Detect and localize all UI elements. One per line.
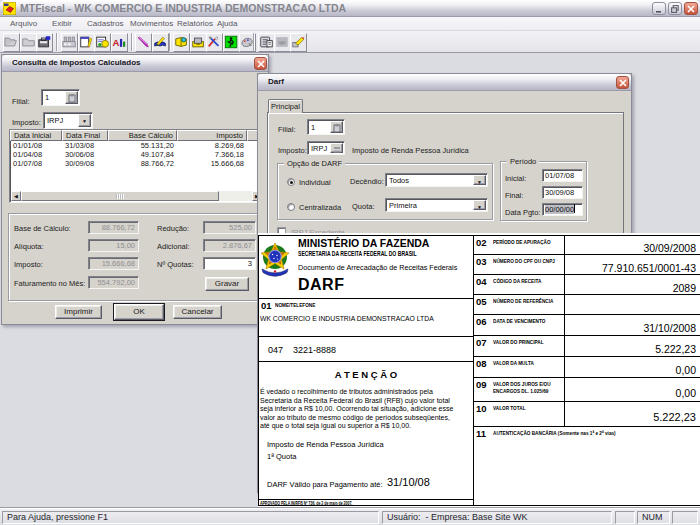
darf-filial-spin-button[interactable] (330, 121, 343, 133)
imposto-field-label: Imposto: (14, 260, 43, 269)
decendio-dropdown-button[interactable]: ▼ (473, 175, 486, 185)
toolbar-notepad-picture-button[interactable] (94, 33, 111, 52)
consulta-imposto-combo[interactable]: IRPJ ▼ (43, 112, 93, 129)
doc-row-label: PERÍODO DE APURAÇÃO (493, 239, 551, 245)
quota-combo[interactable]: Primeira ▼ (385, 198, 488, 212)
faturamento-field: 554.792,00 (88, 276, 139, 289)
menu-arquivo[interactable]: Arquivo (10, 19, 37, 28)
toolbar-drawer-yellow-button[interactable] (190, 33, 207, 52)
consulta-filial-spin-button[interactable] (65, 91, 78, 104)
cell[interactable]: 30/09/08 (62, 159, 108, 168)
doc-row-num: 06 (476, 316, 487, 327)
grid-col-data-inicial[interactable]: Data Inicial (10, 130, 62, 141)
doc-row-divider (473, 356, 700, 357)
toolbar-separator (131, 33, 133, 51)
toolbar-pencil-magenta-button[interactable] (135, 33, 152, 52)
darf-titlebar[interactable]: Darf (258, 74, 631, 91)
darf-imposto-spin-button[interactable] (330, 143, 343, 153)
toolbar-open-folder-button[interactable] (3, 33, 20, 52)
consulta-filial-spinedit[interactable]: 1 (41, 89, 80, 106)
grid-col-data-final[interactable]: Data Final (62, 130, 108, 141)
quota-dropdown-button[interactable]: ▼ (473, 200, 486, 210)
toolbar-folder-button[interactable] (20, 33, 37, 52)
darf-imposto-desc: Imposto de Renda Pessoa Jurídica (352, 146, 469, 155)
toolbar-tools-button[interactable] (206, 33, 223, 52)
toolbar-separator (169, 33, 171, 51)
quotas-field[interactable]: 3 (203, 257, 256, 270)
consulta-grid[interactable]: Data Inicial Data Final Base Cálculo Imp… (9, 129, 264, 203)
cell[interactable]: 8.269,68 (177, 141, 247, 150)
consulta-title: Consulta de Impostos Calculados (12, 58, 140, 67)
toolbar-notepad-pencil-button[interactable] (78, 33, 95, 52)
toolbar-pencil-book-button[interactable] (152, 33, 169, 52)
doc-darf-word: DARF (298, 276, 344, 294)
grid-col-imposto[interactable]: Imposto (177, 130, 247, 141)
individual-radio-label[interactable]: Individual (299, 178, 331, 187)
menu-cadastros[interactable]: Cadastros (87, 19, 123, 28)
gravar-button[interactable]: Gravar (205, 277, 249, 291)
scroll-thumb[interactable] (21, 191, 219, 201)
inicial-field[interactable]: 01/07/08 (542, 169, 583, 182)
grid-row[interactable]: 01/04/08 30/06/08 49.107,84 7.366,18 (10, 150, 263, 159)
consulta-close-button[interactable] (254, 57, 267, 70)
main-titlebar[interactable]: MTFiscal - WK COMERCIO E INDUSTRIA DEMON… (0, 0, 700, 17)
final-label: Final: (505, 191, 523, 200)
menu-movimentos[interactable]: Movimentos (130, 19, 173, 28)
centralizada-radio[interactable] (287, 203, 295, 211)
cell[interactable]: 88.766,72 (108, 159, 177, 168)
doc-row-label: AUTENTICAÇÃO BANCÁRIA (Somente nas 1ª e … (493, 430, 616, 436)
centralizada-radio-label[interactable]: Centralizada (299, 203, 341, 212)
darf-close-button[interactable] (616, 76, 629, 89)
datapgto-field[interactable]: 00/00/00 (542, 203, 583, 216)
cell[interactable]: 01/04/08 (10, 150, 62, 159)
window-title: MTFiscal - WK COMERCIO E INDUSTRIA DEMON… (20, 2, 346, 14)
scroll-left-arrow[interactable]: ◀ (11, 191, 21, 201)
grid-hscrollbar[interactable]: ◀ ▶ (11, 191, 262, 201)
darf-tab-principal[interactable]: Principal (268, 99, 303, 113)
grid-row[interactable]: 01/07/08 30/09/08 88.766,72 15.666,68 (10, 159, 263, 168)
faturamento-label: Faturamento no Mês: (14, 279, 85, 288)
grid-col-base-calculo[interactable]: Base Cálculo (108, 130, 177, 141)
cell[interactable]: 7.366,18 (177, 150, 247, 159)
toolbar-book-yellow-button[interactable] (173, 33, 190, 52)
toolbar-ledger-button[interactable] (258, 33, 275, 52)
cell[interactable]: 49.107,84 (108, 150, 177, 159)
menu-ajuda[interactable]: Ajuda (217, 19, 237, 28)
cell[interactable]: 30/06/08 (62, 150, 108, 159)
restore-button[interactable] (668, 2, 682, 15)
inicial-label: Inicial: (505, 174, 526, 183)
statusbar: Para Ajuda, pressione F1 Usuário: - Empr… (0, 508, 700, 525)
cell[interactable]: 55.131,20 (108, 141, 177, 150)
toolbar-runner-button[interactable] (223, 33, 240, 52)
darf-imposto-spinedit[interactable]: IRPJ (307, 141, 345, 155)
consulta-titlebar[interactable]: Consulta de Impostos Calculados (2, 55, 268, 72)
close-button[interactable] (684, 2, 698, 15)
consulta-imposto-dropdown-button[interactable]: ▼ (78, 114, 91, 127)
darf-filial-value: 1 (311, 123, 315, 132)
toolbar-pencil-yellow-button[interactable] (290, 33, 307, 52)
toolbar-letters-chart-button[interactable]: A (111, 33, 128, 52)
datapgto-label: Data Pgto: (505, 208, 540, 217)
darf-filial-spinedit[interactable]: 1 (307, 119, 345, 135)
final-field[interactable]: 30/09/08 (542, 186, 583, 199)
cancelar-button[interactable]: Cancelar (173, 305, 222, 319)
ok-button[interactable]: OK (114, 304, 164, 320)
cell[interactable]: 01/01/08 (10, 141, 62, 150)
status-help-panel: Para Ajuda, pressione F1 (2, 511, 379, 524)
adicional-field: 2.876,67 (203, 239, 256, 252)
doc-row-label: VALOR DOS JUROS E/OU (493, 381, 551, 387)
menu-exibir[interactable]: Exibir (52, 19, 72, 28)
individual-radio[interactable] (287, 178, 295, 186)
status-num-panel: NUM (637, 511, 670, 524)
cell[interactable]: 15.666,68 (177, 159, 247, 168)
toolbar-factory-button[interactable] (61, 33, 78, 52)
imprimir-button[interactable]: Imprimir (55, 305, 102, 319)
decendio-combo[interactable]: Todos ▼ (385, 173, 488, 187)
menu-relatorios[interactable]: Relatórios (177, 19, 213, 28)
toolbar-briefcase-button[interactable] (36, 33, 53, 52)
minimize-button[interactable] (652, 2, 666, 15)
cell[interactable]: 31/03/08 (62, 141, 108, 150)
toolbar-mask-button[interactable] (274, 33, 291, 52)
grid-row[interactable]: 01/01/08 31/03/08 55.131,20 8.269,68 (10, 141, 263, 150)
cell[interactable]: 01/07/08 (10, 159, 62, 168)
